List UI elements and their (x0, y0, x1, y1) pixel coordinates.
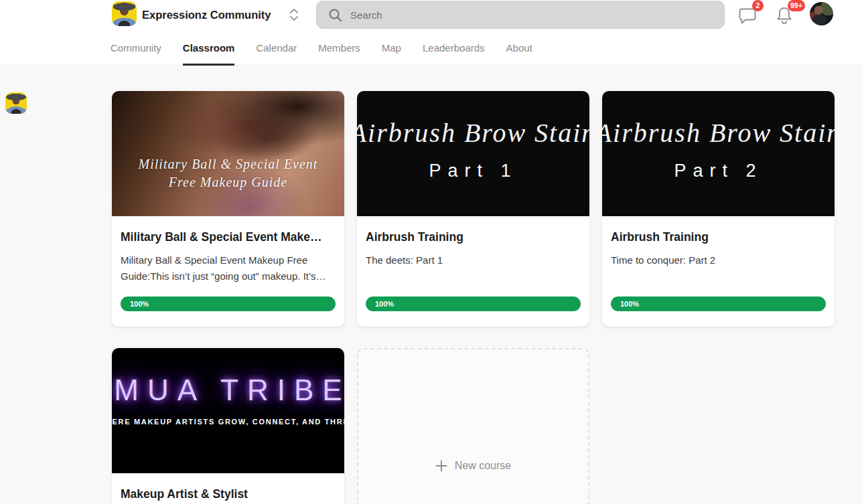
course-grid: Military Ball & Special Event Free Makeu… (112, 91, 835, 504)
course-description: Military Ball & Special Event Makeup Fre… (121, 252, 336, 284)
course-cover-image: Airbrush Brow Stain Part 2 (602, 91, 835, 216)
cover-script-title: Airbrush Brow Stain (357, 117, 589, 149)
progress-label: 100% (611, 297, 639, 311)
community-name: Expressionz Community (142, 0, 271, 30)
chat-badge: 2 (752, 0, 764, 11)
community-avatar[interactable] (112, 1, 137, 26)
cover-script-line2: Free Makeup Guide (112, 173, 344, 191)
course-card-body: Airbrush Training Time to conquer: Part … (602, 216, 835, 321)
tab-map[interactable]: Map (382, 30, 401, 66)
course-title: Airbrush Training (366, 230, 581, 244)
cover-part-label: Part 1 (429, 161, 517, 181)
cover-part-label: Part 2 (674, 161, 762, 181)
progress-bar: 100% (611, 297, 826, 311)
cover-tagline-text: WHERE MAKEUP ARTISTS GROW, CONNECT, AND … (112, 418, 344, 426)
progress-label: 100% (121, 297, 149, 311)
classroom-content: Military Ball & Special Event Free Makeu… (0, 66, 862, 504)
tab-about[interactable]: About (506, 30, 532, 66)
tab-members[interactable]: Members (318, 30, 360, 66)
course-cover-image: Airbrush Brow Stain Part 1 (357, 91, 589, 216)
search-icon (328, 8, 343, 23)
plus-icon (435, 460, 447, 472)
cover-script-text: Military Ball & Special Event Free Makeu… (112, 155, 344, 191)
tab-calendar[interactable]: Calendar (256, 30, 297, 66)
course-cover-image: MUA TRIBE WHERE MAKEUP ARTISTS GROW, CON… (112, 348, 344, 473)
main-nav: Community Classroom Calendar Members Map… (111, 30, 532, 66)
search-bar[interactable] (316, 1, 725, 29)
course-card-body: Airbrush Training The deets: Part 1 100% (357, 216, 589, 321)
new-course-button[interactable]: New course (357, 348, 589, 504)
tab-community[interactable]: Community (111, 30, 161, 66)
course-description: Time to conquer: Part 2 (611, 252, 826, 284)
user-avatar[interactable] (810, 2, 833, 25)
course-card-airbrush-part1[interactable]: Airbrush Brow Stain Part 1 Airbrush Trai… (357, 91, 589, 327)
course-card-military-ball[interactable]: Military Ball & Special Event Free Makeu… (112, 91, 344, 327)
cover-script-line1: Military Ball & Special Event (112, 155, 344, 173)
community-switcher-icon[interactable] (288, 7, 300, 23)
course-cover-image: Military Ball & Special Event Free Makeu… (112, 91, 344, 216)
course-title: Makeup Artist & Stylist (121, 487, 336, 501)
search-input[interactable] (350, 1, 712, 28)
course-title: Airbrush Training (611, 230, 826, 244)
course-title: Military Ball & Special Event Make… (121, 230, 336, 244)
course-card-airbrush-part2[interactable]: Airbrush Brow Stain Part 2 Airbrush Trai… (602, 91, 835, 327)
tab-classroom[interactable]: Classroom (183, 30, 235, 66)
top-header: Expressionz Community 2 99+ Community Cl… (0, 0, 862, 66)
notification-badge: 99+ (788, 0, 805, 11)
course-card-body: Makeup Artist & Stylist (112, 473, 344, 504)
cover-brand-text: MUA TRIBE (112, 373, 344, 407)
cover-script-title: Airbrush Brow Stain (602, 117, 835, 149)
course-card-makeup-artist[interactable]: MUA TRIBE WHERE MAKEUP ARTISTS GROW, CON… (112, 348, 344, 504)
course-description: The deets: Part 1 (366, 252, 581, 284)
progress-bar: 100% (366, 297, 581, 311)
progress-label: 100% (366, 297, 394, 311)
community-mini-avatar[interactable] (5, 92, 27, 114)
new-course-label: New course (455, 460, 511, 472)
course-card-body: Military Ball & Special Event Make… Mili… (112, 216, 344, 321)
tab-leaderboards[interactable]: Leaderboards (423, 30, 485, 66)
progress-bar: 100% (121, 297, 336, 311)
